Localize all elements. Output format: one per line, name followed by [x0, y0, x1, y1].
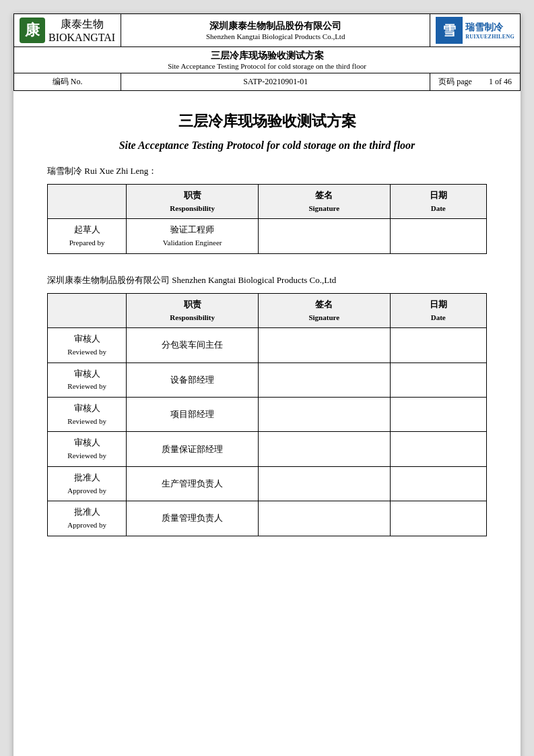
signature-table-1: 职责 Responsibility 签名 Signature 日期 Date [47, 184, 487, 254]
page-cell: 页码 page 1 of 46 [430, 73, 520, 90]
table-row: 起草人 Prepared by 验证工程师 Validation Enginee… [48, 219, 487, 253]
t2-resp-5: 质量管理负责人 [127, 501, 259, 536]
table2-date-cn: 日期 [393, 298, 483, 312]
table1-resp-en: Responsibility [129, 203, 255, 215]
ruixue-icon: 雪 [436, 17, 463, 44]
table2-col-role [48, 293, 127, 327]
biokangtai-text: 康泰生物 BIOKANGTAI [48, 18, 115, 44]
main-title-en: Site Acceptance Testing Protocol for col… [47, 139, 487, 152]
table-row: 审核人 Reviewed by 项目部经理 [48, 397, 487, 431]
doc-title-cn: 三层冷库现场验收测试方案 [20, 50, 514, 62]
header-doc-info: 深圳康泰生物制品股份有限公司 Shenzhen Kangtai Biologic… [121, 14, 430, 47]
document-page: 康 康泰生物 BIOKANGTAI 深圳康泰生物制品股份有限公司 Shenzhe… [13, 13, 521, 756]
table1-col-date: 日期 Date [390, 185, 486, 219]
table1-date-cn: 日期 [393, 189, 483, 203]
t2-date-4 [390, 466, 486, 501]
table1-col-role [48, 185, 127, 219]
logo-ruixue: 雪 瑞雪制冷 RUIXUEZHILENG [436, 17, 514, 44]
company2-label: 深圳康泰生物制品股份有限公司 Shenzhen Kangtai Biologic… [47, 274, 487, 286]
table1-col-sig: 签名 Signature [258, 185, 390, 219]
company-name-en: Shenzhen Kangtai Biological Products Co.… [127, 32, 424, 40]
t2-resp-3: 质量保证部经理 [127, 432, 259, 466]
company1-label: 瑞雪制冷 Rui Xue Zhi Leng： [47, 165, 487, 177]
ruixue-text: 瑞雪制冷 RUIXUEZHILENG [465, 22, 514, 40]
table2-sig-en: Signature [261, 312, 387, 324]
page-label: 页码 page [438, 76, 472, 88]
t2-role-1: 审核人 Reviewed by [48, 363, 127, 397]
table-row: 审核人 Reviewed by 分包装车间主任 [48, 328, 487, 363]
logo-biokangtai: 康 康泰生物 BIOKANGTAI [20, 18, 115, 44]
table2-resp-en: Responsibility [129, 312, 255, 324]
role-cn-1: 起草人 [51, 223, 123, 237]
doc-title-en: Site Acceptance Testing Protocol for col… [20, 62, 514, 70]
t2-role-0: 审核人 Reviewed by [48, 328, 127, 363]
sig-cell-1 [258, 219, 390, 253]
table1-header-row: 职责 Responsibility 签名 Signature 日期 Date [48, 185, 487, 219]
t2-sig-4 [258, 466, 390, 501]
t2-date-1 [390, 363, 486, 397]
t2-role-3: 审核人 Reviewed by [48, 432, 127, 466]
page-value: 1 of 46 [489, 77, 512, 87]
t2-sig-3 [258, 432, 390, 466]
role-cell-1: 起草人 Prepared by [48, 219, 127, 253]
t2-sig-1 [258, 363, 390, 397]
company-name-cn: 深圳康泰生物制品股份有限公司 [127, 20, 424, 32]
t2-role-4: 批准人 Approved by [48, 466, 127, 501]
table1-date-en: Date [393, 203, 483, 215]
table2-col-sig: 签名 Signature [258, 293, 390, 327]
main-content: 三层冷库现场验收测试方案 Site Acceptance Testing Pro… [13, 91, 521, 577]
t2-resp-2: 项目部经理 [127, 397, 259, 431]
t2-date-0 [390, 328, 486, 363]
table2-col-resp: 职责 Responsibility [127, 293, 259, 327]
table2-sig-cn: 签名 [261, 298, 387, 312]
date-cell-1 [390, 219, 486, 253]
resp-en-1: Validation Engineer [129, 237, 255, 249]
t2-date-2 [390, 397, 486, 431]
main-title-cn: 三层冷库现场验收测试方案 [47, 111, 487, 131]
table-row: 审核人 Reviewed by 设备部经理 [48, 363, 487, 397]
table1-col-resp: 职责 Responsibility [127, 185, 259, 219]
doc-no-label: 编码 No. [14, 73, 121, 91]
t2-resp-0: 分包装车间主任 [127, 328, 259, 363]
ruixue-en: RUIXUEZHILENG [465, 34, 514, 40]
table2-col-date: 日期 Date [390, 293, 486, 327]
table-row: 审核人 Reviewed by 质量保证部经理 [48, 432, 487, 466]
ruixue-cn: 瑞雪制冷 [465, 22, 514, 34]
t2-resp-4: 生产管理负责人 [127, 466, 259, 501]
t2-date-5 [390, 501, 486, 536]
t2-sig-2 [258, 397, 390, 431]
header-table: 康 康泰生物 BIOKANGTAI 深圳康泰生物制品股份有限公司 Shenzhe… [13, 13, 521, 91]
doc-no-value: SATP-20210901-01 [121, 73, 430, 91]
table2-date-en: Date [393, 312, 483, 324]
table1-resp-cn: 职责 [129, 189, 255, 203]
biokangtai-icon: 康 [20, 18, 45, 43]
table2-resp-cn: 职责 [129, 298, 255, 312]
logo-ruixue-cell: 雪 瑞雪制冷 RUIXUEZHILENG [430, 14, 521, 47]
table-row: 批准人 Approved by 生产管理负责人 [48, 466, 487, 501]
resp-cn-1: 验证工程师 [129, 223, 255, 237]
t2-role-2: 审核人 Reviewed by [48, 397, 127, 431]
t2-sig-0 [258, 328, 390, 363]
t2-sig-5 [258, 501, 390, 536]
doc-title-cell: 三层冷库现场验收测试方案 Site Acceptance Testing Pro… [14, 47, 521, 73]
role-en-1: Prepared by [51, 237, 123, 249]
table1-sig-cn: 签名 [261, 189, 387, 203]
biokangtai-en: BIOKANGTAI [48, 32, 115, 44]
table-row: 批准人 Approved by 质量管理负责人 [48, 501, 487, 536]
svg-text:康: 康 [24, 22, 40, 38]
t2-resp-1: 设备部经理 [127, 363, 259, 397]
logo-biokangtai-cell: 康 康泰生物 BIOKANGTAI [14, 14, 121, 47]
t2-date-3 [390, 432, 486, 466]
t2-role-5: 批准人 Approved by [48, 501, 127, 536]
signature-table-2: 职责 Responsibility 签名 Signature 日期 Date [47, 293, 487, 536]
biokangtai-cn: 康泰生物 [48, 18, 115, 32]
resp-cell-1: 验证工程师 Validation Engineer [127, 219, 259, 253]
table1-sig-en: Signature [261, 203, 387, 215]
table2-header-row: 职责 Responsibility 签名 Signature 日期 Date [48, 293, 487, 327]
